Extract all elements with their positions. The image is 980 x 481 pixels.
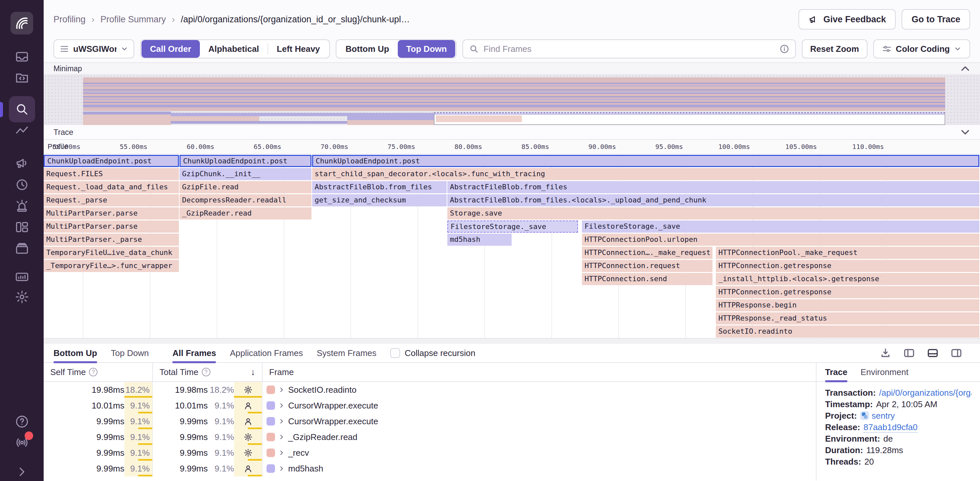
tab-application-frames[interactable]: Application Frames bbox=[230, 343, 303, 362]
minimap-viewport[interactable] bbox=[434, 112, 945, 125]
table-row[interactable]: 10.01ms9.1%10.01ms9.1%CursorWrapper.exec… bbox=[44, 398, 816, 413]
tab-bottom-up[interactable]: Bottom Up bbox=[54, 343, 97, 362]
download-icon[interactable] bbox=[880, 347, 891, 359]
flame-frame[interactable]: _TemporaryFile…>.func_wrapper bbox=[44, 260, 179, 272]
expand-row-icon[interactable] bbox=[279, 418, 284, 425]
insights-icon bbox=[15, 124, 29, 138]
frame-header[interactable]: Frame bbox=[262, 363, 816, 381]
sort-alphabetical[interactable]: Alphabetical bbox=[200, 40, 268, 58]
details-tab-trace[interactable]: Trace bbox=[825, 362, 847, 382]
flame-frame[interactable]: DecompressReader.readall bbox=[180, 194, 312, 206]
flame-frame[interactable]: HTTPConnection.getresponse bbox=[716, 260, 979, 272]
expand-row-icon[interactable] bbox=[279, 449, 284, 456]
flame-chart[interactable]: ChunkUploadEndpoint.postChunkUploadEndpo… bbox=[44, 154, 980, 344]
table-row[interactable]: 9.99ms9.1%9.99ms9.1%md5hash bbox=[44, 461, 816, 476]
dock-left-icon[interactable] bbox=[903, 347, 915, 359]
flame-frame[interactable]: FilestoreStorage._save bbox=[582, 221, 979, 233]
sidebar-item-explore[interactable] bbox=[0, 71, 44, 85]
sidebar-help[interactable] bbox=[0, 414, 44, 429]
flame-frame[interactable]: HTTPResponse.begin bbox=[716, 299, 979, 311]
dock-right-icon[interactable] bbox=[950, 347, 962, 359]
find-frames-input[interactable] bbox=[484, 44, 775, 54]
sidebar-item-stats[interactable] bbox=[0, 269, 44, 284]
breadcrumb-profile-summary[interactable]: Profile Summary bbox=[100, 14, 166, 25]
sidebar-item-settings[interactable] bbox=[0, 290, 44, 304]
reset-zoom-button[interactable]: Reset Zoom bbox=[802, 40, 868, 59]
sort-left-heavy[interactable]: Left Heavy bbox=[268, 40, 329, 58]
sidebar-item-releases[interactable] bbox=[0, 241, 44, 256]
flame-frame[interactable]: Request._parse bbox=[44, 194, 179, 206]
sidebar-item-insights[interactable] bbox=[0, 124, 44, 138]
flame-frame[interactable]: AbstractFileBlob.from_files bbox=[312, 181, 447, 193]
flame-frame[interactable]: _install_httplib.<locals>.getresponse bbox=[716, 273, 979, 285]
sidebar-whats-new[interactable] bbox=[0, 435, 44, 451]
flame-frame[interactable]: md5hash bbox=[447, 233, 512, 246]
flame-frame[interactable]: SocketIO.readinto bbox=[716, 325, 979, 338]
direction-bottom-up[interactable]: Bottom Up bbox=[337, 40, 398, 58]
sidebar-expand[interactable] bbox=[0, 465, 44, 479]
sidebar-item-replays[interactable] bbox=[0, 178, 44, 192]
table-row[interactable]: 19.98ms18.2%19.98ms18.2%SocketIO.readint… bbox=[44, 382, 816, 398]
flame-frame[interactable]: FilestoreStorage._save bbox=[447, 221, 578, 233]
sentry-logo[interactable] bbox=[11, 12, 33, 35]
flame-frame[interactable]: ChunkUploadEndpoint.post bbox=[180, 155, 312, 167]
minimap[interactable] bbox=[44, 75, 980, 125]
give-feedback-button[interactable]: Give Feedback bbox=[799, 9, 896, 30]
flame-frame[interactable]: HTTPConnectionPool.urlopen bbox=[582, 233, 979, 246]
self-time-header[interactable]: Self Time? bbox=[44, 363, 153, 381]
flame-frame[interactable]: HTTPResponse._read_status bbox=[716, 312, 979, 324]
sidebar-item-search-active[interactable] bbox=[9, 96, 35, 122]
flame-frame[interactable]: ChunkUploadEndpoint.post bbox=[312, 155, 979, 167]
flame-frame[interactable]: start_child_span_decorator.<locals>.func… bbox=[312, 168, 979, 180]
flame-frame[interactable]: HTTPConnection.request bbox=[582, 260, 713, 272]
details-tab-environment[interactable]: Environment bbox=[861, 362, 908, 382]
details-value[interactable]: 87aab1d9cfa0 bbox=[864, 422, 918, 433]
total-time-header[interactable]: Total Time? ↓ bbox=[153, 363, 262, 381]
direction-top-down[interactable]: Top Down bbox=[398, 40, 455, 58]
expand-row-icon[interactable] bbox=[279, 433, 284, 441]
thread-selector[interactable]: uWSGIWor… bbox=[54, 40, 134, 59]
details-value[interactable]: sentry bbox=[872, 411, 895, 421]
expand-row-icon[interactable] bbox=[279, 402, 284, 409]
sidebar-item-issues[interactable] bbox=[0, 49, 44, 64]
flame-frame[interactable]: Storage.save bbox=[447, 207, 979, 219]
table-row[interactable]: 9.99ms9.1%9.99ms9.1%_GzipReader.read bbox=[44, 429, 816, 445]
flame-frame[interactable]: HTTPConnection.send bbox=[582, 273, 713, 285]
flame-frame[interactable]: MultiPartParser.parse bbox=[44, 207, 179, 219]
tab-system-frames[interactable]: System Frames bbox=[317, 343, 377, 362]
sort-call-order[interactable]: Call Order bbox=[142, 40, 200, 58]
tab-all-frames[interactable]: All Frames bbox=[172, 343, 216, 362]
collapse-minimap-icon[interactable] bbox=[960, 65, 970, 72]
flame-frame[interactable]: AbstractFileBlob.from_files.<locals>._up… bbox=[447, 194, 979, 206]
table-row[interactable]: 9.99ms9.1%9.99ms9.1%CursorWrapper.execut… bbox=[44, 413, 816, 429]
dock-bottom-icon[interactable] bbox=[927, 347, 939, 359]
flame-scrollbar-track[interactable] bbox=[44, 338, 980, 344]
sidebar-item-alerts[interactable] bbox=[0, 198, 44, 213]
flame-frame[interactable]: _GzipReader.read bbox=[180, 207, 312, 219]
table-row[interactable]: 9.99ms9.1%9.99ms9.1%_recv bbox=[44, 445, 816, 461]
tab-top-down[interactable]: Top Down bbox=[111, 343, 149, 362]
collapse-trace-icon[interactable] bbox=[960, 129, 970, 136]
flame-frame[interactable]: HTTPConnection.getresponse bbox=[716, 286, 979, 298]
details-value[interactable]: /api/0/organizations/{organ… bbox=[879, 388, 972, 398]
sidebar-item-dashboards[interactable] bbox=[0, 220, 44, 235]
expand-row-icon[interactable] bbox=[279, 386, 284, 394]
color-coding-dropdown[interactable]: Color Coding bbox=[873, 40, 970, 59]
flame-frame[interactable]: AbstractFileBlob.from_files bbox=[447, 181, 979, 193]
flame-frame[interactable]: MultiPartParser.parse bbox=[44, 221, 179, 233]
sidebar-item-feedback[interactable] bbox=[0, 156, 44, 170]
flame-frame[interactable]: MultiPartParser._parse bbox=[44, 233, 179, 246]
flame-frame[interactable]: HTTPConnection…._make_request bbox=[582, 247, 713, 259]
flame-frame[interactable]: HTTPConnectionPool._make_request bbox=[716, 247, 979, 259]
flame-frame[interactable]: ChunkUploadEndpoint.post bbox=[44, 155, 179, 167]
go-to-trace-button[interactable]: Go to Trace bbox=[902, 9, 970, 30]
flame-frame[interactable]: Request.FILES bbox=[44, 168, 179, 180]
expand-row-icon[interactable] bbox=[279, 465, 284, 472]
collapse-recursion-checkbox[interactable] bbox=[390, 348, 400, 358]
flame-frame[interactable]: Request._load_data_and_files bbox=[44, 181, 179, 193]
breadcrumb-profiling[interactable]: Profiling bbox=[54, 14, 86, 25]
flame-frame[interactable]: get_size_and_checksum bbox=[312, 194, 447, 206]
flame-frame[interactable]: GzipChunk.__init__ bbox=[180, 168, 312, 180]
flame-frame[interactable]: TemporaryFileU…ive_data_chunk bbox=[44, 247, 179, 259]
flame-frame[interactable]: GzipFile.read bbox=[180, 181, 312, 193]
